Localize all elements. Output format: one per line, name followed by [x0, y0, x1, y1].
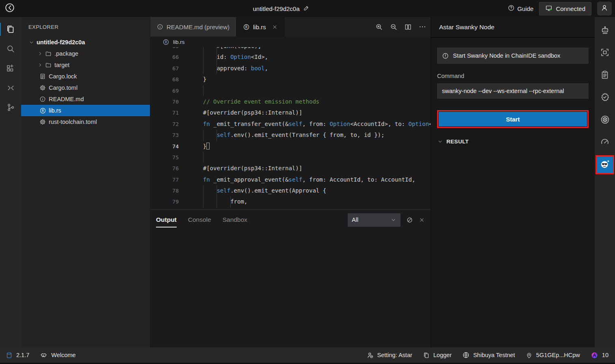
start-button-highlight: Start	[437, 110, 589, 128]
zoom-in-icon[interactable]	[375, 23, 383, 31]
result-section-header[interactable]: RESULT	[437, 139, 589, 145]
activity-bar-left	[0, 17, 21, 347]
swanky-icon	[600, 159, 610, 171]
code-text: #[ink(topic)]	[189, 47, 261, 52]
zoom-out-icon[interactable]	[390, 23, 398, 31]
status-item-logger[interactable]: Logger	[423, 352, 452, 359]
panel-tab-sandbox[interactable]: Sandbox	[223, 210, 247, 230]
line-number: 70	[150, 96, 179, 107]
close-icon[interactable]	[419, 217, 425, 223]
tree-item--package[interactable]: .package	[21, 48, 150, 59]
code-text: from,	[189, 196, 247, 207]
status-item-setting-astar[interactable]: Setting: Astar	[366, 351, 412, 359]
tab-label: README.md (preview)	[167, 24, 230, 30]
activity-item-files[interactable]	[0, 20, 21, 39]
tree-item-label: Cargo.lock	[49, 73, 77, 80]
indent-guide	[217, 47, 217, 52]
guide-button[interactable]: Guide	[508, 4, 533, 13]
log-filter-dropdown[interactable]: All	[348, 213, 401, 227]
plugin-item-verified[interactable]	[596, 88, 614, 108]
plugin-item-scan[interactable]	[596, 43, 614, 63]
tab-readme-md-preview-[interactable]: README.md (preview)	[150, 17, 236, 37]
tree-item-cargo-lock[interactable]: Cargo.lock	[21, 71, 150, 82]
main-area: EXPLORER untitled-f29d2c0a.packagetarget…	[0, 17, 615, 347]
rust-icon: R	[38, 107, 47, 114]
status-item-2-1-7[interactable]: 2.1.7	[6, 352, 29, 359]
output-content	[150, 230, 431, 347]
command-input[interactable]	[437, 83, 589, 99]
split-editor-icon[interactable]	[404, 23, 412, 31]
close-icon[interactable]	[272, 24, 278, 30]
plugin-item-openai[interactable]	[596, 110, 614, 130]
connected-label: Connected	[556, 5, 585, 12]
files-icon	[6, 24, 15, 34]
tree-item-rust-toolchain-toml[interactable]: rust-toolchain.toml	[21, 116, 150, 128]
status-item-shibuya-testnet[interactable]: Shibuya Testnet	[462, 351, 515, 359]
code-line-79: 79 from,	[150, 196, 431, 207]
plugin-item-swanky[interactable]	[596, 155, 614, 174]
code-line-69: 69	[150, 85, 431, 96]
project-title: untitled-f29d2c0a	[0, 0, 562, 17]
tree-item-target[interactable]: target	[21, 59, 150, 71]
tree-item-readme-md[interactable]: README.md	[21, 93, 150, 105]
activity-item-extensions[interactable]	[0, 58, 21, 78]
titlebar-actions: Guide Connected	[508, 0, 612, 17]
tree-item-label: .package	[54, 50, 78, 57]
code-editor[interactable]: 65 #[ink(topic)]66 id: Option<Id>,67 app…	[150, 47, 431, 209]
search-icon	[6, 44, 15, 54]
code-text: }	[189, 74, 206, 85]
tree-item-cargo-toml[interactable]: Cargo.toml	[21, 82, 150, 93]
sandbox-notice: Start Swanky Node in ChainIDE sandbox	[437, 48, 589, 64]
tree-item-untitled-f29d2c0a[interactable]: untitled-f29d2c0a	[21, 37, 150, 48]
panel-tab-console[interactable]: Console	[188, 210, 211, 230]
status-item-5g1gep-hcpw[interactable]: 5G1GEp...HCpw	[526, 352, 580, 359]
plugin-item-robot[interactable]	[596, 21, 614, 41]
indent-guide	[203, 52, 204, 63]
code-line-65: 65 #[ink(topic)]	[150, 47, 431, 52]
connected-button[interactable]: Connected	[539, 2, 591, 15]
status-item-label: Setting: Astar	[377, 352, 412, 358]
tree-item-label: Cargo.toml	[49, 84, 78, 91]
line-number: 66	[150, 52, 179, 63]
line-number: 77	[150, 174, 179, 185]
avatar[interactable]	[597, 2, 612, 15]
chevron-right-icon	[37, 51, 44, 56]
result-label: RESULT	[446, 139, 469, 145]
indent-guide	[203, 152, 204, 163]
chainide-window: untitled-f29d2c0a Guide Connected EXPLOR…	[0, 0, 615, 364]
chevron-down-icon	[437, 139, 443, 145]
clear-output-icon[interactable]	[406, 217, 413, 223]
copy-icon	[423, 352, 430, 359]
plugin-panel: Astar Swanky Node Start Swanky Node in C…	[431, 17, 595, 347]
tree-item-lib-rs[interactable]: Rlib.rs	[21, 105, 150, 116]
code-line-74: 74 }	[150, 141, 431, 152]
status-item-label: Logger	[433, 352, 452, 358]
info-icon	[157, 24, 163, 30]
activity-item-collapse[interactable]	[0, 78, 21, 98]
indent-guide	[203, 63, 204, 74]
start-button[interactable]: Start	[439, 112, 587, 126]
panel-tab-output[interactable]: Output	[156, 210, 177, 230]
line-number: 76	[150, 163, 179, 174]
plugin-panel-body: Start Swanky Node in ChainIDE sandbox Co…	[431, 38, 595, 145]
status-item-10[interactable]: 10	[591, 351, 609, 359]
log-filter-value: All	[352, 217, 358, 223]
activity-item-git-branch[interactable]	[0, 98, 21, 117]
more-icon[interactable]	[418, 23, 427, 31]
code-line-77: 77 fn _emit_approval_event(&self, from: …	[150, 174, 431, 185]
verified-icon	[600, 92, 610, 104]
edit-pencil-icon[interactable]	[303, 5, 310, 13]
plugin-item-clipboard[interactable]	[596, 66, 614, 85]
bottom-panel-tabs: OutputConsoleSandbox All	[150, 210, 431, 230]
tab-lib-rs[interactable]: Rlib.rs	[236, 17, 285, 37]
breadcrumb[interactable]: R lib.rs	[150, 37, 431, 47]
status-item-label: Welcome	[51, 352, 76, 358]
line-number: 68	[150, 74, 179, 85]
plugin-item-gauge[interactable]	[596, 133, 614, 152]
file-lines-icon	[38, 73, 47, 80]
status-item-welcome[interactable]: Welcome	[40, 351, 76, 359]
exclamation-icon	[442, 52, 449, 59]
line-number: 69	[150, 85, 179, 96]
indent-guide	[217, 196, 217, 207]
activity-item-search[interactable]	[0, 39, 21, 58]
